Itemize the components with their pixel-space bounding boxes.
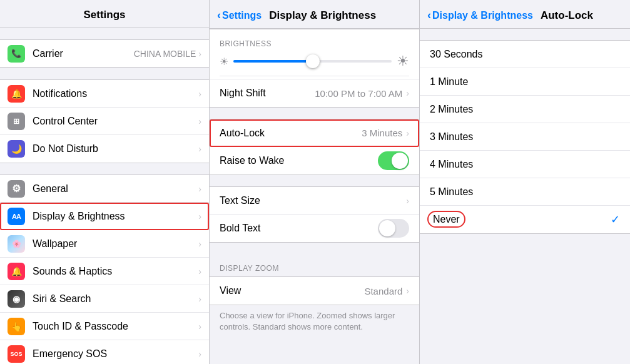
night-shift-item[interactable]: Night Shift 10:00 PM to 7:00 AM › [210,79,419,107]
auto-lock-item[interactable]: Auto-Lock 3 Minutes › [210,119,419,147]
night-shift-value: 10:00 PM to 7:00 AM [315,88,402,99]
option-30sec-label: 30 Seconds [430,49,620,60]
sounds-chevron: › [198,266,201,276]
never-checkmark: ✓ [611,213,620,226]
brightness-thumb [306,54,320,68]
view-item[interactable]: View Standard › [210,277,419,305]
panel3-title: Auto-Lock [541,9,593,22]
option-30sec[interactable]: 30 Seconds [420,41,630,68]
group1-container: 🔔 Notifications › ⊞ Control Center › [0,79,209,163]
panel3-back-button[interactable]: ‹ Display & Brightness [427,9,533,22]
bold-text-item[interactable]: Bold Text [210,215,419,242]
settings-panel: Settings 📞 Carrier CHINA MOBILE › 🔔 [0,0,210,364]
panel2-back-button[interactable]: ‹ Settings [217,9,262,22]
brightness-group: BRIGHTNESS ☀ ☀ Night Shift 10:00 PM to 7… [210,29,419,108]
sos-label: Emergency SOS [33,348,198,360]
sos-icon: SOS [8,345,25,363]
settings-group-1: 🔔 Notifications › ⊞ Control Center › [0,79,209,163]
sidebar-item-display-brightness[interactable]: AA Display & Brightness › [0,203,209,230]
carrier-item[interactable]: 📞 Carrier CHINA MOBILE › [0,40,209,68]
brightness-header: BRIGHTNESS [220,34,409,51]
option-5min-label: 5 Minutes [430,186,620,198]
wallpaper-label: Wallpaper [33,238,198,250]
settings-group-2: ⚙ General › AA Display & Brightness › [0,174,209,364]
wallpaper-icon: 🌸 [8,235,25,253]
panel3-content: 30 Seconds 1 Minute 2 Minutes 3 Minutes … [420,29,630,364]
brightness-low-icon: ☀ [220,56,228,68]
option-3min[interactable]: 3 Minutes [420,123,630,151]
option-4min[interactable]: 4 Minutes [420,151,630,178]
brightness-slider-row[interactable]: ☀ ☀ [220,51,409,76]
night-shift-label: Night Shift [220,88,315,99]
text-group: Text Size › Bold Text [210,186,419,243]
night-shift-chevron: › [406,88,409,98]
panel2-content: BRIGHTNESS ☀ ☀ Night Shift 10:00 PM to 7… [210,29,419,364]
sidebar-item-general[interactable]: ⚙ General › [0,175,209,203]
control-center-chevron: › [198,116,201,126]
brightness-fill [233,60,313,63]
group2-container: ⚙ General › AA Display & Brightness › [0,174,209,364]
bold-text-toggle-thumb [379,220,395,236]
text-size-item[interactable]: Text Size › [210,187,419,215]
auto-lock-options-group: 30 Seconds 1 Minute 2 Minutes 3 Minutes … [420,40,630,234]
do-not-disturb-label: Do Not Disturb [33,143,198,154]
bold-text-toggle[interactable] [378,219,409,238]
control-center-icon: ⊞ [8,113,25,130]
sidebar-item-touch-id[interactable]: 👆 Touch ID & Passcode › [0,313,209,340]
never-highlight-wrapper: Never [430,213,463,225]
sidebar-item-notifications[interactable]: 🔔 Notifications › [0,80,209,108]
panel1-header: Settings [0,0,209,28]
siri-chevron: › [198,294,201,304]
touch-id-label: Touch ID & Passcode [33,321,198,332]
panel2-back-label: Settings [222,10,262,21]
raise-to-wake-toggle-thumb [392,153,408,169]
display-brightness-icon: AA [8,208,25,225]
sidebar-item-emergency-sos[interactable]: SOS Emergency SOS › [0,340,209,364]
auto-lock-value: 3 Minutes [362,128,402,138]
option-never-label: Never [430,214,611,225]
auto-lock-chevron: › [406,128,409,138]
panel1-content: 📞 Carrier CHINA MOBILE › 🔔 Notifications… [0,28,209,364]
option-5min[interactable]: 5 Minutes [420,178,630,206]
touch-id-icon: 👆 [8,318,25,335]
display-brightness-label: Display & Brightness [33,211,198,222]
option-2min[interactable]: 2 Minutes [420,96,630,123]
view-chevron: › [406,286,409,296]
option-2min-label: 2 Minutes [430,104,620,115]
option-3min-label: 3 Minutes [430,131,620,143]
sounds-label: Sounds & Haptics [33,266,198,277]
brightness-high-icon: ☀ [397,53,409,69]
sidebar-item-wallpaper[interactable]: 🌸 Wallpaper › [0,230,209,258]
sidebar-item-siri-search[interactable]: ◉ Siri & Search › [0,285,209,313]
touch-id-chevron: › [198,321,201,331]
siri-label: Siri & Search [33,293,198,305]
general-chevron: › [198,184,201,194]
raise-to-wake-item[interactable]: Raise to Wake [210,147,419,174]
control-center-label: Control Center [33,116,198,127]
panel1-title: Settings [83,9,125,21]
raise-to-wake-toggle[interactable] [378,151,409,170]
raise-to-wake-label: Raise to Wake [220,155,378,166]
panel3-back-label: Display & Brightness [432,10,533,21]
sidebar-item-do-not-disturb[interactable]: 🌙 Do Not Disturb › [0,135,209,163]
sidebar-item-sounds-haptics[interactable]: 🔔 Sounds & Haptics › [0,258,209,285]
auto-lock-panel: ‹ Display & Brightness Auto-Lock 30 Seco… [420,0,630,364]
sidebar-item-control-center[interactable]: ⊞ Control Center › [0,108,209,135]
option-1min[interactable]: 1 Minute [420,68,630,96]
display-zoom-group: View Standard › [210,276,419,305]
option-4min-label: 4 Minutes [430,159,620,170]
option-never[interactable]: Never ✓ [420,206,630,233]
back-chevron-icon: ‹ [217,9,221,22]
auto-lock-label: Auto-Lock [220,128,362,139]
sounds-icon: 🔔 [8,263,25,280]
carrier-chevron: › [198,49,201,59]
do-not-disturb-chevron: › [198,144,201,154]
panel3-header: ‹ Display & Brightness Auto-Lock [420,0,630,29]
option-1min-label: 1 Minute [430,76,620,88]
panel2-title: Display & Brightness [269,9,376,22]
display-zoom-header: DISPLAY ZOOM [210,254,419,276]
brightness-track[interactable] [233,60,392,63]
notifications-icon: 🔔 [8,85,25,103]
notifications-label: Notifications [33,88,198,99]
text-size-label: Text Size [220,195,406,206]
